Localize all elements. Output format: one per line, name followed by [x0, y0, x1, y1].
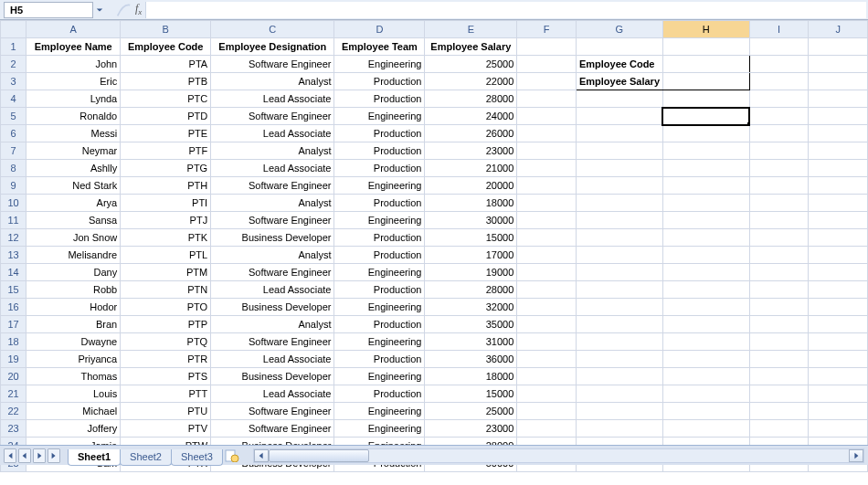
cell-C5[interactable]: Software Engineer — [211, 108, 334, 125]
row-header[interactable]: 1 — [1, 38, 26, 56]
cell-B4[interactable]: PTC — [121, 90, 211, 108]
cell-G14[interactable] — [576, 264, 662, 281]
cell-C2[interactable]: Software Engineer — [211, 56, 334, 73]
cell-B22[interactable]: PTU — [121, 403, 211, 420]
cell-A22[interactable]: Michael — [26, 403, 121, 420]
cell-H4[interactable] — [662, 90, 749, 108]
cell-G19[interactable] — [576, 351, 662, 368]
cell-J1[interactable] — [809, 38, 868, 56]
col-header-C[interactable]: C — [211, 21, 334, 38]
cell-F8[interactable] — [517, 160, 577, 177]
cell-C23[interactable]: Software Engineer — [211, 420, 334, 438]
col-header-B[interactable]: B — [121, 21, 211, 38]
cell-D17[interactable]: Production — [334, 316, 425, 333]
cell-A5[interactable]: Ronaldo — [26, 108, 121, 125]
name-box[interactable]: H5 — [4, 2, 93, 18]
cell-E14[interactable]: 19000 — [425, 264, 517, 281]
row-header[interactable]: 19 — [1, 351, 26, 368]
sheet-tab-sheet3[interactable]: Sheet3 — [171, 449, 223, 466]
cell-C8[interactable]: Lead Associate — [211, 160, 334, 177]
cell-I4[interactable] — [749, 90, 809, 108]
cell-D16[interactable]: Engineering — [334, 299, 425, 316]
col-header-F[interactable]: F — [517, 21, 577, 38]
cell-F5[interactable] — [517, 108, 577, 125]
cell-H23[interactable] — [662, 420, 749, 438]
cell-G1[interactable] — [576, 38, 662, 56]
cell-D2[interactable]: Engineering — [334, 56, 425, 73]
cell-J7[interactable] — [809, 142, 868, 160]
cell-I1[interactable] — [749, 38, 809, 56]
cell-A17[interactable]: Bran — [26, 316, 121, 333]
cell-D12[interactable]: Production — [334, 229, 425, 247]
cell-C20[interactable]: Business Developer — [211, 368, 334, 385]
cell-E17[interactable]: 35000 — [425, 316, 517, 333]
cell-E20[interactable]: 18000 — [425, 368, 517, 385]
cell-F17[interactable] — [517, 316, 577, 333]
cell-G8[interactable] — [576, 160, 662, 177]
cell-D11[interactable]: Engineering — [334, 212, 425, 229]
cell-I19[interactable] — [749, 351, 809, 368]
cell-G7[interactable] — [576, 142, 662, 160]
cell-H11[interactable] — [662, 212, 749, 229]
cell-C17[interactable]: Analyst — [211, 316, 334, 333]
cell-I3[interactable] — [749, 73, 809, 90]
cell-D14[interactable]: Engineering — [334, 264, 425, 281]
cell-J13[interactable] — [809, 247, 868, 264]
cell-F19[interactable] — [517, 351, 577, 368]
cell-G5[interactable] — [576, 108, 662, 125]
horizontal-scrollbar[interactable] — [253, 448, 864, 463]
cell-G23[interactable] — [576, 420, 662, 438]
cell-A7[interactable]: Neymar — [26, 142, 121, 160]
cell-A19[interactable]: Priyanca — [26, 351, 121, 368]
cell-D8[interactable]: Production — [334, 160, 425, 177]
cell-G11[interactable] — [576, 212, 662, 229]
cell-D10[interactable]: Production — [334, 195, 425, 212]
cell-I10[interactable] — [749, 195, 809, 212]
row-header[interactable]: 18 — [1, 333, 26, 351]
cell-B9[interactable]: PTH — [121, 177, 211, 195]
cell-C18[interactable]: Software Engineer — [211, 333, 334, 351]
cell-F15[interactable] — [517, 281, 577, 299]
row-header[interactable]: 15 — [1, 281, 26, 299]
cell-F16[interactable] — [517, 299, 577, 316]
tab-nav-last[interactable] — [48, 448, 60, 463]
row-header[interactable]: 21 — [1, 385, 26, 403]
cell-A4[interactable]: Lynda — [26, 90, 121, 108]
cell-D15[interactable]: Production — [334, 281, 425, 299]
cell-H17[interactable] — [662, 316, 749, 333]
cell-J19[interactable] — [809, 351, 868, 368]
cell-C12[interactable]: Business Developer — [211, 229, 334, 247]
cell-F6[interactable] — [517, 125, 577, 142]
col-header-E[interactable]: E — [425, 21, 517, 38]
cell-E23[interactable]: 23000 — [425, 420, 517, 438]
cell-J5[interactable] — [809, 108, 868, 125]
row-header[interactable]: 8 — [1, 160, 26, 177]
cell-A10[interactable]: Arya — [26, 195, 121, 212]
cell-G12[interactable] — [576, 229, 662, 247]
cell-I17[interactable] — [749, 316, 809, 333]
cell-A12[interactable]: Jon Snow — [26, 229, 121, 247]
cell-C3[interactable]: Analyst — [211, 73, 334, 90]
row-header[interactable]: 10 — [1, 195, 26, 212]
cell-J8[interactable] — [809, 160, 868, 177]
cell-D6[interactable]: Production — [334, 125, 425, 142]
cell-D22[interactable]: Engineering — [334, 403, 425, 420]
cell-B14[interactable]: PTM — [121, 264, 211, 281]
row-header[interactable]: 7 — [1, 142, 26, 160]
cell-G15[interactable] — [576, 281, 662, 299]
cell-A21[interactable]: Louis — [26, 385, 121, 403]
cell-J14[interactable] — [809, 264, 868, 281]
cell-E3[interactable]: 22000 — [425, 73, 517, 90]
cell-H10[interactable] — [662, 195, 749, 212]
cell-J2[interactable] — [809, 56, 868, 73]
cell-F14[interactable] — [517, 264, 577, 281]
cell-E8[interactable]: 21000 — [425, 160, 517, 177]
cell-E2[interactable]: 25000 — [425, 56, 517, 73]
cell-D19[interactable]: Production — [334, 351, 425, 368]
cell-B12[interactable]: PTK — [121, 229, 211, 247]
cell-J21[interactable] — [809, 385, 868, 403]
cell-E16[interactable]: 32000 — [425, 299, 517, 316]
cell-E9[interactable]: 20000 — [425, 177, 517, 195]
cell-D23[interactable]: Engineering — [334, 420, 425, 438]
cell-B8[interactable]: PTG — [121, 160, 211, 177]
